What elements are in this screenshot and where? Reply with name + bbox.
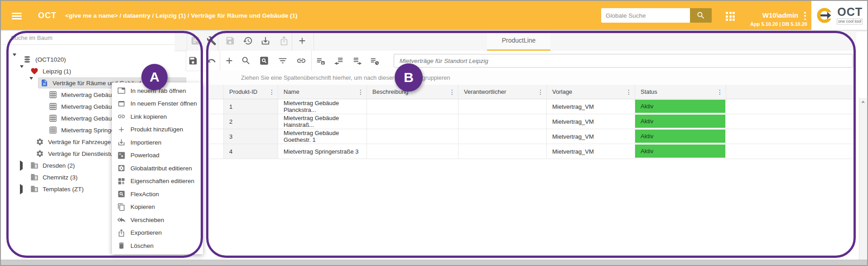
status-badge: Aktiv [635,100,725,113]
flex-search-icon[interactable] [259,56,269,66]
column-menu-icon[interactable]: ⋮ [626,88,632,96]
menu-item-import[interactable]: Importieren [112,136,203,149]
contract-icon [40,79,48,87]
scroll-up-arrow-icon[interactable] [861,101,865,103]
filter-icon[interactable] [278,56,288,66]
expand-columns-icon[interactable] [352,56,362,66]
expand-arrow-icon[interactable] [20,186,24,193]
cell-produkt-id: 4 [224,144,278,159]
expand-arrow-icon[interactable] [20,162,24,169]
apps-grid-icon[interactable] [726,12,736,22]
save-tab-icon[interactable] [225,36,235,46]
export-tab-icon[interactable] [279,36,289,46]
menu-item-edit-properties[interactable]: Eigenschaften editieren [112,175,203,188]
table-row[interactable]: 3 Mietvertrag Gebäude Goethestr. 1 Mietv… [207,129,855,144]
cell-verantwortlicher [458,129,547,144]
undo-icon[interactable] [206,56,216,66]
import-tab-icon[interactable] [260,36,270,46]
collapse-arrow-icon[interactable] [13,56,17,63]
cell-beschreibung [367,144,458,159]
save-icon[interactable] [188,56,198,66]
search-icon[interactable] [241,56,251,66]
column-header-status[interactable]: Status⋮ [635,85,726,99]
column-menu-icon[interactable]: ⋮ [537,88,544,96]
table-row[interactable]: 2 Mietvertrag Gebäude Hainstraß... Mietv… [207,114,855,129]
column-header-verantwortlicher[interactable]: Verantwortlicher⋮ [458,85,547,99]
tab-productline[interactable]: ProductLine [487,31,550,51]
row-gutter [207,114,224,129]
current-user[interactable]: W10\admin [753,11,798,19]
preview-icon[interactable] [190,36,200,46]
column-header-beschreibung[interactable]: Beschreibung⋮ [367,85,458,99]
cell-name: Mietvertrag Gebäude Goethestr. 1 [278,129,367,144]
cell-vorlage: Mietvertrag_VM [547,144,635,159]
table-row[interactable]: 4 Mietvertrag Springerstraße 3 Mietvertr… [207,144,855,159]
view-history-icon[interactable] [370,56,380,66]
menu-item-powerload[interactable]: Powerload [112,149,203,162]
cell-filler [726,129,855,144]
menu-item-label: Link kopieren [130,113,167,120]
menu-item-open-new-window[interactable]: In neuem Fenster öffnen [112,97,203,111]
export-icon [117,229,125,237]
menu-item-open-new-tab[interactable]: In neuem Tab öffnen [112,84,203,97]
breadcrumb[interactable]: <give me a name> / dataentry / Leipzig (… [65,12,297,19]
tree-item-chemnitz[interactable]: Chemnitz (3) [7,171,77,183]
menu-item-edit-global-attribute[interactable]: Globalattribut editieren [112,162,203,175]
menu-item-label: In neuem Tab öffnen [130,87,186,94]
hamburger-menu-icon[interactable] [12,13,22,19]
column-menu-icon[interactable]: ⋮ [269,88,275,96]
tree-item-leipzig[interactable]: Leipzig (1) [7,65,71,77]
row-gutter [207,144,224,159]
tree-item-vertraege-fahrzeuge[interactable]: Verträge für Fahrzeuge [7,136,111,148]
menu-item-copy-link[interactable]: Link kopieren [112,110,203,123]
tree-item-database[interactable]: (OCT1020) [7,53,66,65]
cell-verantwortlicher [458,144,547,159]
row-gutter [207,99,224,114]
tree-item-vertraege-dienstleistungen[interactable]: Verträge für Dienstleistungen [7,148,127,160]
flexaction-icon [117,190,125,198]
link-icon[interactable] [296,56,306,66]
menu-item-label: Importieren [130,139,161,146]
window-bottom-border [1,260,867,265]
column-menu-icon[interactable]: ⋮ [717,88,723,96]
menu-item-add-product[interactable]: Produkt hinzufügen [112,123,203,136]
cell-filler [726,144,855,159]
vertical-scrollbar[interactable] [859,98,867,260]
add-row-icon[interactable] [224,56,234,66]
global-search-button[interactable] [690,8,712,23]
table-row[interactable]: 1 Mietvertrag Gebäude Planckstra... Miet… [207,99,855,114]
app-header: OCT <give me a name> / dataentry / Leipz… [1,1,867,30]
column-header-name[interactable]: Name⋮ [278,85,367,99]
cell-verantwortlicher [458,114,547,129]
collapse-arrow-icon[interactable] [20,68,24,75]
add-tab-icon[interactable] [297,36,307,46]
delete-icon [117,242,125,250]
global-search-input[interactable] [601,8,690,23]
column-menu-icon[interactable]: ⋮ [449,88,455,96]
menu-item-label: Powerload [130,152,159,159]
restore-icon[interactable] [243,36,253,46]
menu-item-export[interactable]: Exportieren [112,227,203,240]
gear-icon [36,138,44,146]
column-header-vorlage[interactable]: Vorlage⋮ [547,85,635,99]
user-menu-icon[interactable] [802,12,808,20]
tree-search-input[interactable] [3,31,174,45]
collapse-arrow-icon[interactable] [29,80,34,87]
save-view-icon[interactable] [316,56,326,66]
menu-item-move[interactable]: Verschieben [112,213,203,227]
menu-item-flexaction[interactable]: FlexAction [112,188,203,201]
tree-item-dresden[interactable]: Dresden (2) [7,160,75,171]
column-menu-icon[interactable]: ⋮ [357,88,364,96]
group-by-bar[interactable]: Ziehen Sie eine Spaltenüberschrift hierh… [206,71,855,85]
collapse-columns-icon[interactable] [334,56,344,66]
tree-item-templates[interactable]: Templates (ZT) [7,183,84,195]
wrench-icon[interactable] [207,36,217,46]
cell-vorlage: Mietvertrag_VM [547,99,635,114]
tree-item-label: Verträge für Fahrzeuge [48,139,111,145]
menu-item-delete[interactable]: Löschen [112,239,203,252]
status-badge: Aktiv [635,145,725,158]
menu-item-copy[interactable]: Kopieren [112,201,203,214]
logo-text: OCT [837,6,863,18]
view-description-input[interactable] [394,54,853,68]
column-header-produkt-id[interactable]: Produkt-ID⋮ [224,85,278,99]
